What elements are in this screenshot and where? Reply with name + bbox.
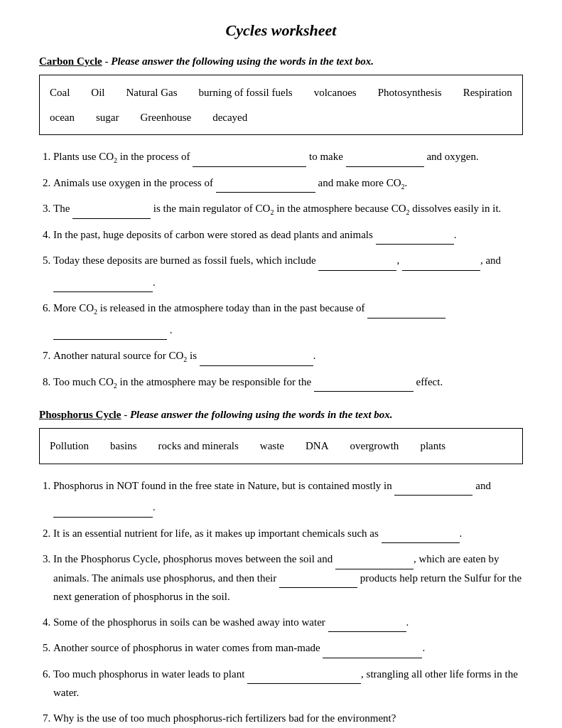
phosphorus-q2: It is an essential nutrient for life, as… <box>53 525 523 544</box>
blank-c1a <box>193 148 306 167</box>
blank-c6b <box>53 321 167 341</box>
blank-c5a <box>318 252 396 271</box>
carbon-q2: Animals use oxygen in the process of and… <box>53 174 523 193</box>
phosphorus-cycle-instruction: Please answer the following using the wo… <box>130 409 393 420</box>
blank-p3a <box>335 550 414 569</box>
phosphorus-q1: Phosphorus in NOT found in the free stat… <box>53 477 523 518</box>
carbon-cycle-header: Carbon Cycle - Please answer the followi… <box>39 55 523 68</box>
blank-c1b <box>346 148 424 167</box>
word-natural-gas: Natural Gas <box>126 82 178 103</box>
blank-c8 <box>314 373 414 392</box>
word-volcanoes: volcanoes <box>314 82 357 103</box>
carbon-cycle-questions: Plants use CO2 in the process of to make… <box>53 148 523 392</box>
phosphorus-cycle-label: Phosphorus Cycle <box>39 409 121 420</box>
blank-p2 <box>382 525 460 544</box>
blank-p6 <box>247 665 361 685</box>
word-coal: Coal <box>50 82 70 103</box>
carbon-q4: In the past, huge deposits of carbon wer… <box>53 226 523 245</box>
word-photosynthesis: Photosynthesis <box>378 82 442 103</box>
phosphorus-cycle-section: Phosphorus Cycle - Please answer the fol… <box>39 409 523 727</box>
phosphorus-cycle-header: Phosphorus Cycle - Please answer the fol… <box>39 409 523 421</box>
phosphorus-q3: In the Phosphorus Cycle, phosphorus move… <box>53 550 523 606</box>
blank-c5c <box>53 274 153 293</box>
blank-p4 <box>328 614 406 633</box>
carbon-q1: Plants use CO2 in the process of to make… <box>53 148 523 167</box>
word-decayed: decayed <box>212 107 247 128</box>
blank-p5 <box>323 639 422 658</box>
carbon-q8: Too much CO2 in the atmosphere may be re… <box>53 373 523 392</box>
blank-p3b <box>279 569 357 589</box>
word-greenhouse: Greenhouse <box>140 107 191 128</box>
word-sugar: sugar <box>96 107 119 128</box>
blank-c4 <box>376 226 454 245</box>
word-respiration: Respiration <box>463 82 512 103</box>
phosphorus-cycle-questions: Phosphorus in NOT found in the free stat… <box>53 477 523 728</box>
blank-c6a <box>367 299 445 318</box>
blank-c2 <box>216 174 315 193</box>
phosphorus-q5: Another source of phosphorus in water co… <box>53 639 523 658</box>
carbon-cycle-label: Carbon Cycle <box>39 55 102 67</box>
carbon-cycle-instruction: Please answer the following using the wo… <box>111 55 374 67</box>
carbon-q3: The is the main regulator of CO2 in the … <box>53 200 523 219</box>
phosphorus-q6: Too much phosphorus in water leads to pl… <box>53 665 523 702</box>
word-waste: waste <box>260 436 284 456</box>
phosphorus-cycle-word-box: Pollution basins rocks and minerals wast… <box>39 428 523 464</box>
blank-c3 <box>72 200 151 219</box>
phosphorus-q7: Why is the use of too much phosphorus-ri… <box>53 710 523 728</box>
word-overgrowth: overgrowth <box>350 436 399 456</box>
word-ocean: ocean <box>50 107 75 128</box>
carbon-cycle-section: Carbon Cycle - Please answer the followi… <box>39 55 523 392</box>
word-oil: Oil <box>91 82 104 103</box>
word-dna: DNA <box>306 436 329 456</box>
carbon-q5: Today these deposits are burned as fossi… <box>53 252 523 292</box>
page-title: Cycles worksheet <box>39 21 523 40</box>
phosphorus-q4: Some of the phosphorus in soils can be w… <box>53 614 523 633</box>
carbon-q6: More CO2 is released in the atmosphere t… <box>53 299 523 340</box>
word-basins: basins <box>110 436 137 456</box>
word-burning: burning of fossil fuels <box>199 82 293 103</box>
blank-c5b <box>402 252 480 271</box>
word-rocks-minerals: rocks and minerals <box>158 436 239 456</box>
word-plants: plants <box>420 436 445 456</box>
blank-c7 <box>200 347 313 366</box>
word-pollution: Pollution <box>50 436 89 456</box>
blank-p1b <box>53 498 153 518</box>
carbon-cycle-word-box: Coal Oil Natural Gas burning of fossil f… <box>39 75 523 135</box>
carbon-q7: Another natural source for CO2 is . <box>53 347 523 366</box>
blank-p1a <box>394 477 472 496</box>
